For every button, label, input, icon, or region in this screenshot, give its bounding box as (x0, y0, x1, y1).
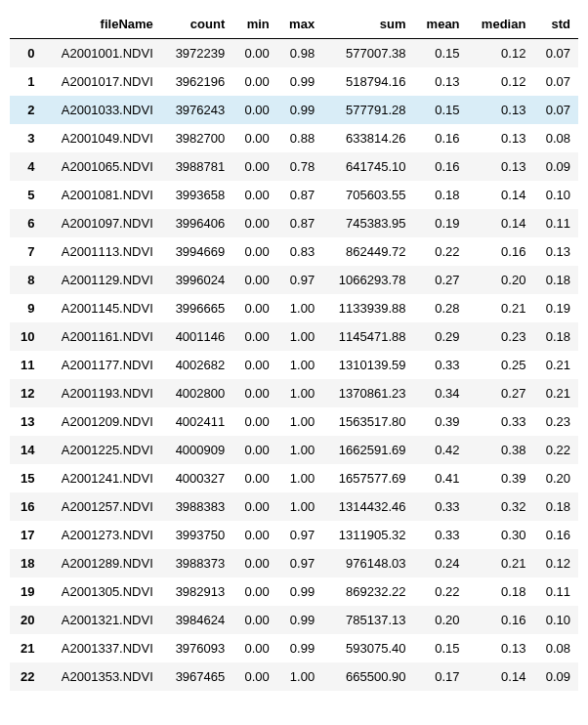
table-row[interactable]: 12A2001193.NDVI40028000.001.001370861.23… (10, 379, 578, 407)
cell-median: 0.30 (468, 521, 534, 549)
cell-median: 0.32 (468, 492, 534, 521)
cell-count: 3982913 (161, 577, 232, 606)
table-row[interactable]: 9A2001145.NDVI39966650.001.001133939.880… (10, 294, 578, 322)
cell-filename: A2001257.NDVI (43, 492, 161, 521)
cell-median: 0.16 (468, 606, 534, 634)
cell-count: 3994669 (161, 237, 232, 266)
cell-median: 0.39 (468, 464, 534, 492)
table-row[interactable]: 14A2001225.NDVI40009090.001.001662591.69… (10, 436, 578, 464)
cell-index: 4 (10, 152, 43, 181)
header-min: min (232, 10, 277, 39)
table-row[interactable]: 8A2001129.NDVI39960240.000.971066293.780… (10, 266, 578, 294)
table-row[interactable]: 13A2001209.NDVI40024110.001.001563517.80… (10, 407, 578, 436)
cell-index: 7 (10, 237, 43, 266)
cell-min: 0.00 (232, 39, 277, 68)
cell-median: 0.21 (468, 549, 534, 577)
table-row[interactable]: 19A2001305.NDVI39829130.000.99869232.220… (10, 577, 578, 606)
cell-median: 0.33 (468, 407, 534, 436)
cell-sum: 869232.22 (322, 577, 413, 606)
cell-mean: 0.18 (413, 181, 467, 209)
table-row[interactable]: 17A2001273.NDVI39937500.000.971311905.32… (10, 521, 578, 549)
cell-filename: A2001129.NDVI (43, 266, 161, 294)
table-row[interactable]: 7A2001113.NDVI39946690.000.83862449.720.… (10, 237, 578, 266)
cell-median: 0.12 (468, 39, 534, 68)
cell-count: 3976093 (161, 634, 232, 662)
cell-index: 13 (10, 407, 43, 436)
header-max: max (277, 10, 322, 39)
cell-sum: 577007.38 (322, 39, 413, 68)
cell-index: 22 (10, 662, 43, 691)
cell-std: 0.07 (533, 96, 578, 124)
cell-count: 4000909 (161, 436, 232, 464)
table-row[interactable]: 3A2001049.NDVI39827000.000.88633814.260.… (10, 124, 578, 152)
cell-mean: 0.39 (413, 407, 467, 436)
table-row[interactable]: 22A2001353.NDVI39674650.001.00665500.900… (10, 662, 578, 691)
cell-filename: A2001081.NDVI (43, 181, 161, 209)
cell-min: 0.00 (232, 606, 277, 634)
cell-std: 0.19 (533, 294, 578, 322)
cell-max: 0.99 (277, 96, 322, 124)
table-row[interactable]: 4A2001065.NDVI39887810.000.78641745.100.… (10, 152, 578, 181)
cell-min: 0.00 (232, 237, 277, 266)
cell-sum: 593075.40 (322, 634, 413, 662)
cell-mean: 0.29 (413, 322, 467, 351)
cell-std: 0.18 (533, 322, 578, 351)
cell-index: 14 (10, 436, 43, 464)
cell-min: 0.00 (232, 294, 277, 322)
cell-min: 0.00 (232, 96, 277, 124)
cell-mean: 0.15 (413, 96, 467, 124)
cell-max: 1.00 (277, 492, 322, 521)
table-row[interactable]: 15A2001241.NDVI40003270.001.001657577.69… (10, 464, 578, 492)
cell-min: 0.00 (232, 436, 277, 464)
cell-std: 0.09 (533, 662, 578, 691)
table-row[interactable]: 16A2001257.NDVI39883830.001.001314432.46… (10, 492, 578, 521)
cell-std: 0.20 (533, 464, 578, 492)
cell-filename: A2001097.NDVI (43, 209, 161, 237)
cell-sum: 1311905.32 (322, 521, 413, 549)
cell-min: 0.00 (232, 549, 277, 577)
table-row[interactable]: 20A2001321.NDVI39846240.000.99785137.130… (10, 606, 578, 634)
table-row[interactable]: 2A2001033.NDVI39762430.000.99577791.280.… (10, 96, 578, 124)
cell-min: 0.00 (232, 152, 277, 181)
cell-filename: A2001049.NDVI (43, 124, 161, 152)
cell-sum: 705603.55 (322, 181, 413, 209)
cell-min: 0.00 (232, 662, 277, 691)
cell-max: 1.00 (277, 407, 322, 436)
cell-max: 0.83 (277, 237, 322, 266)
cell-sum: 1133939.88 (322, 294, 413, 322)
cell-max: 1.00 (277, 322, 322, 351)
table-row[interactable]: 0A2001001.NDVI39722390.000.98577007.380.… (10, 39, 578, 68)
table-row[interactable]: 11A2001177.NDVI40026820.001.001310139.59… (10, 351, 578, 379)
cell-count: 3976243 (161, 96, 232, 124)
cell-max: 0.97 (277, 521, 322, 549)
cell-median: 0.12 (468, 67, 534, 96)
cell-index: 9 (10, 294, 43, 322)
cell-sum: 1662591.69 (322, 436, 413, 464)
header-std: std (533, 10, 578, 39)
cell-filename: A2001001.NDVI (43, 39, 161, 68)
table-row[interactable]: 6A2001097.NDVI39964060.000.87745383.950.… (10, 209, 578, 237)
cell-std: 0.21 (533, 379, 578, 407)
cell-std: 0.10 (533, 181, 578, 209)
table-row[interactable]: 10A2001161.NDVI40011460.001.001145471.88… (10, 322, 578, 351)
cell-min: 0.00 (232, 407, 277, 436)
table-row[interactable]: 5A2001081.NDVI39936580.000.87705603.550.… (10, 181, 578, 209)
table-row[interactable]: 21A2001337.NDVI39760930.000.99593075.400… (10, 634, 578, 662)
cell-max: 0.98 (277, 39, 322, 68)
cell-min: 0.00 (232, 322, 277, 351)
cell-count: 3972239 (161, 39, 232, 68)
cell-max: 1.00 (277, 662, 322, 691)
table-row[interactable]: 18A2001289.NDVI39883730.000.97976148.030… (10, 549, 578, 577)
cell-count: 3962196 (161, 67, 232, 96)
cell-min: 0.00 (232, 634, 277, 662)
cell-max: 0.87 (277, 181, 322, 209)
cell-sum: 633814.26 (322, 124, 413, 152)
cell-max: 1.00 (277, 436, 322, 464)
cell-mean: 0.33 (413, 351, 467, 379)
cell-index: 0 (10, 39, 43, 68)
cell-mean: 0.16 (413, 152, 467, 181)
cell-mean: 0.33 (413, 492, 467, 521)
cell-sum: 577791.28 (322, 96, 413, 124)
table-row[interactable]: 1A2001017.NDVI39621960.000.99518794.160.… (10, 67, 578, 96)
cell-sum: 641745.10 (322, 152, 413, 181)
